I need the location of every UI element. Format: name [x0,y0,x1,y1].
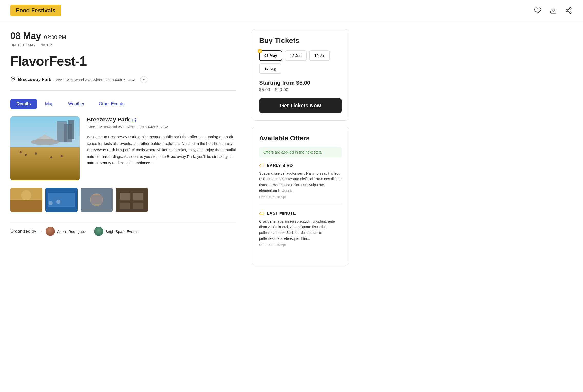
countdown: 9d 10h [41,43,53,47]
event-date-line: 08 May 02:00 PM [10,31,236,41]
svg-point-6 [12,78,14,79]
location-address: 1355 E Archwood Ave, Akron, Ohio 44306, … [54,78,135,82]
venue-main-image [10,116,80,180]
main-layout: 08 May 02:00 PM UNTIL 18 MAY 9d 10h Flav… [0,21,360,272]
date-button-jun[interactable]: 12 Jun [285,50,307,61]
svg-rect-34 [133,203,143,209]
offer-early-bird: 🏷 EARLY BIRD Suspendisse vel auctor sem.… [259,162,342,205]
date-button-aug[interactable]: 14 Aug [259,63,281,74]
event-time: 02:00 PM [44,34,66,40]
svg-rect-24 [48,193,75,207]
share-icon[interactable] [565,6,573,15]
svg-rect-33 [120,203,130,209]
offer-early-bird-header: 🏷 EARLY BIRD [259,162,342,168]
buy-tickets-card: Buy Tickets ✓ 08 May 12 Jun 10 Jul 14 Au… [252,29,349,121]
venue-description: Welcome to Breezeway Park, a picturesque… [87,133,236,166]
svg-rect-29 [91,195,102,204]
svg-line-19 [134,118,136,120]
date-button-may[interactable]: ✓ 08 May [259,50,282,61]
location-name: Breezeway Park [18,77,51,82]
venue-info: Breezeway Park 1355 E Archwood Ave, Akro… [87,116,236,180]
organizer-1-name: Alexis Rodriguez [57,229,86,234]
organizer-2-avatar [94,227,103,236]
left-content: 08 May 02:00 PM UNTIL 18 MAY 9d 10h Flav… [10,21,252,272]
svg-rect-31 [120,193,130,200]
event-title: FlavorFest-1 [10,53,236,69]
svg-point-26 [56,200,60,204]
svg-rect-21 [10,200,42,212]
date-button-jul[interactable]: 10 Jul [309,50,330,61]
svg-point-22 [21,190,31,200]
location-pin-icon [10,77,15,83]
tab-weather[interactable]: Weather [62,99,91,109]
tab-details[interactable]: Details [10,99,37,109]
svg-point-15 [25,154,27,156]
heart-icon[interactable] [534,6,542,15]
thumbnail-2[interactable] [45,188,78,212]
tab-other-events[interactable]: Other Events [93,99,130,109]
available-offers-title: Available Offers [259,134,342,142]
organized-by-label: Organized by [10,229,36,234]
offer-last-minute-header: 🏷 LAST MINUTE [259,211,342,216]
date-selected-check: ✓ [258,49,262,53]
thumbnail-4[interactable] [116,188,148,212]
price-range: $5.00 – $20.00 [259,87,342,92]
offer-early-bird-desc: Suspendisse vel auctor sem. Nam non sagi… [259,170,342,194]
offer-early-bird-date: Offer Date: 10 Apr [259,195,342,199]
tab-map[interactable]: Map [39,99,60,109]
venue-address: 1355 E Archwood Ave, Akron, Ohio 44306, … [87,125,236,129]
food-festivals-button[interactable]: Food Festivals [10,5,61,16]
venue-external-link-icon[interactable] [132,117,137,122]
svg-point-13 [31,139,59,145]
until-label: UNTIL 18 MAY [10,43,36,47]
offer-tag-icon-2: 🏷 [259,211,264,216]
organizer-1[interactable]: Alexis Rodriguez [46,227,86,236]
buy-tickets-title: Buy Tickets [259,36,342,45]
offer-tag-icon-1: 🏷 [259,162,264,168]
get-tickets-button[interactable]: Get Tickets Now [259,98,342,113]
svg-point-17 [50,156,52,158]
svg-point-18 [61,155,63,157]
price-starting: Starting from $5.00 [259,80,342,86]
offer-early-bird-name: EARLY BIRD [267,163,293,168]
offer-last-minute-date: Offer Date: 10 Apr [259,243,342,247]
svg-point-16 [35,152,37,155]
offer-last-minute-desc: Cras venenatis, mi eu sollicitudin tinci… [259,218,342,242]
offer-last-minute: 🏷 LAST MINUTE Cras venenatis, mi eu soll… [259,211,342,253]
venue-name: Breezeway Park [87,116,236,123]
organizer-1-avatar [46,227,55,236]
top-action-icons [534,6,573,15]
svg-point-25 [49,201,53,205]
svg-rect-32 [133,193,143,200]
svg-line-5 [568,9,570,10]
svg-line-4 [568,11,570,12]
thumbnail-3[interactable] [81,188,113,212]
download-icon[interactable] [549,6,557,15]
organized-by: Organized by › Alexis Rodriguez BrightSp… [10,222,236,236]
date-buttons: ✓ 08 May 12 Jun 10 Jul 14 Aug [259,50,342,74]
right-sidebar: Buy Tickets ✓ 08 May 12 Jun 10 Jul 14 Au… [252,21,349,272]
organizer-expand-icon[interactable]: › [40,229,42,233]
svg-rect-11 [68,120,74,139]
location-bar: Breezeway Park 1355 E Archwood Ave, Akro… [10,76,236,91]
offer-last-minute-name: LAST MINUTE [267,211,296,216]
organizer-2-name: BrightSpark Events [105,229,138,234]
event-date: 08 May [10,31,41,41]
organizer-2[interactable]: BrightSpark Events [94,227,138,236]
venue-section: Breezeway Park 1355 E Archwood Ave, Akro… [10,116,236,180]
offers-note: Offers are applied in the next step. [259,147,342,157]
svg-point-14 [20,151,22,153]
location-expand-button[interactable]: ▾ [140,76,147,83]
thumbnail-1[interactable] [10,188,42,212]
available-offers-card: Available Offers Offers are applied in t… [252,127,349,265]
tabs: Details Map Weather Other Events [10,99,236,109]
event-until-line: UNTIL 18 MAY 9d 10h [10,43,236,47]
thumbnail-row [10,188,236,212]
top-bar: Food Festivals [0,0,583,21]
